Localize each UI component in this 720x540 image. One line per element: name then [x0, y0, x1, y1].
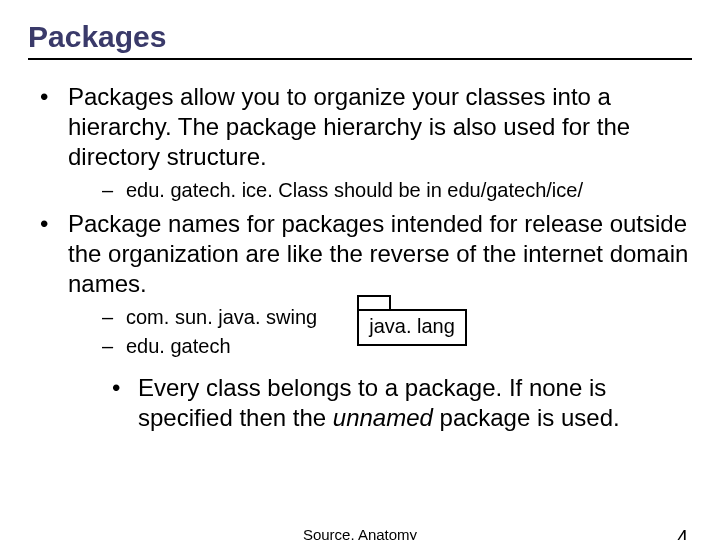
- bullet-2-lvl3-post: package is used.: [433, 404, 620, 431]
- bullet-2: Package names for packages intended for …: [28, 209, 692, 433]
- bullet-2-sub-1: com. sun. java. swing: [68, 305, 317, 330]
- title-rule: [28, 58, 692, 60]
- bullet-2-sublist: com. sun. java. swing edu. gatech: [68, 305, 317, 359]
- package-body-label: java. lang: [357, 309, 467, 346]
- package-uml-wrap: java. lang: [357, 295, 467, 346]
- bullet-list: Packages allow you to organize your clas…: [28, 82, 692, 433]
- bullet-2-text: Package names for packages intended for …: [68, 210, 688, 297]
- bullet-2-lvl3: Every class belongs to a package. If non…: [68, 373, 692, 433]
- package-tab-icon: [357, 295, 391, 309]
- bullet-2-subrow: com. sun. java. swing edu. gatech java. …: [68, 299, 692, 363]
- bullet-2-sublist-col: com. sun. java. swing edu. gatech: [68, 299, 317, 363]
- bullet-2-lvl3-item: Every class belongs to a package. If non…: [68, 373, 692, 433]
- slide: Packages Packages allow you to organize …: [0, 0, 720, 540]
- bullet-1: Packages allow you to organize your clas…: [28, 82, 692, 203]
- slide-body: Packages allow you to organize your clas…: [28, 82, 692, 433]
- footer-center: Source. Anatomy: [303, 526, 417, 540]
- bullet-1-text: Packages allow you to organize your clas…: [68, 83, 630, 170]
- bullet-2-lvl3-em: unnamed: [333, 404, 433, 431]
- package-uml-icon: java. lang: [357, 295, 467, 346]
- bullet-2-sub-2: edu. gatech: [68, 334, 317, 359]
- bullet-1-sublist: edu. gatech. ice. Class should be in edu…: [68, 178, 692, 203]
- bullet-1-sub-1: edu. gatech. ice. Class should be in edu…: [68, 178, 692, 203]
- footer-page-number: 4: [677, 526, 688, 540]
- slide-title: Packages: [28, 20, 692, 54]
